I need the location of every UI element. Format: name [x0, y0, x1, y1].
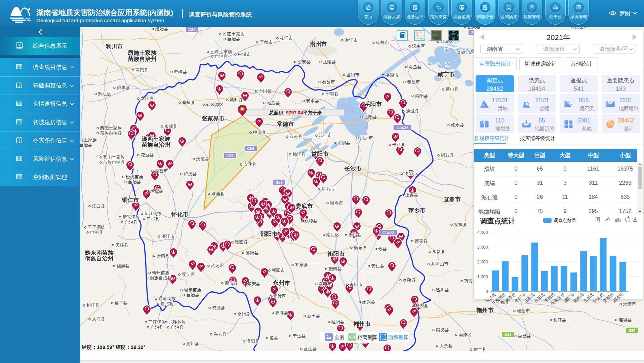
svg-text:祁阳市: 祁阳市	[272, 268, 285, 273]
svg-text:衡阳市: 衡阳市	[514, 292, 527, 304]
svg-text:铜鼓县: 铜鼓县	[441, 153, 454, 158]
svg-text:黎平县: 黎平县	[115, 300, 128, 305]
svg-text:宣恩县: 宣恩县	[135, 68, 149, 73]
svg-text:公安县: 公安县	[298, 59, 311, 64]
svg-text:利川市: 利川市	[106, 43, 123, 50]
svg-text:武冈市: 武冈市	[211, 263, 224, 268]
svg-text:灵川县: 灵川县	[186, 341, 199, 346]
svg-text:吉首市: 吉首市	[155, 168, 168, 173]
svg-text:仙桃市: 仙桃市	[376, 40, 389, 45]
svg-text:全州县: 全州县	[237, 312, 250, 317]
svg-text:怀化市: 怀化市	[592, 292, 605, 304]
svg-text:会昌县: 会昌县	[518, 333, 531, 338]
svg-text:安福县: 安福县	[454, 222, 467, 227]
svg-text:嘉鱼县: 嘉鱼县	[409, 64, 422, 69]
svg-text:会同县: 会同县	[157, 253, 170, 258]
svg-text:祁东县: 祁东县	[295, 262, 308, 267]
svg-text:新田县: 新田县	[307, 313, 320, 318]
svg-text:双峰县: 双峰县	[304, 218, 318, 223]
svg-text:宜都市: 宜都市	[260, 40, 273, 45]
svg-text:武陵源区: 武陵源区	[206, 102, 224, 107]
svg-text:苗族自治州: 苗族自治州	[142, 142, 170, 148]
svg-text:松桃苗族: 松桃苗族	[125, 174, 143, 179]
svg-text:泸溪县: 泸溪县	[184, 171, 197, 176]
svg-text:自治县: 自治县	[151, 325, 164, 330]
svg-text:耒阳市: 耒阳市	[350, 282, 363, 287]
svg-text:郴州市: 郴州市	[573, 292, 586, 304]
svg-text:常宁市: 常宁市	[319, 281, 332, 286]
svg-text:侗族自治县: 侗族自治县	[150, 275, 172, 280]
svg-text:赤壁市: 赤壁市	[407, 79, 420, 84]
svg-text:G55: G55	[275, 180, 283, 184]
svg-text:零陵区: 零陵区	[273, 294, 286, 299]
svg-text:江陵县: 江陵县	[323, 59, 336, 64]
svg-text:张家界市: 张家界市	[202, 115, 225, 122]
svg-text:龙胜各族: 龙胜各族	[168, 320, 186, 325]
svg-text:S30: S30	[629, 328, 635, 332]
svg-text:苗族自治县: 苗族自治县	[103, 160, 125, 165]
svg-text:汨罗市: 汨罗市	[360, 135, 373, 140]
svg-text:萍乡市: 萍乡市	[408, 207, 426, 214]
svg-text:郴州市: 郴州市	[353, 321, 371, 327]
svg-text:斧 头 湖: 斧 头 湖	[428, 62, 451, 67]
svg-text:苗族自治县: 苗族自治县	[100, 131, 122, 136]
svg-text:恩施土家族: 恩施土家族	[128, 49, 157, 56]
svg-text:益阳市: 益阳市	[312, 151, 329, 157]
svg-text:兴安县: 兴安县	[214, 332, 227, 337]
svg-text:永兴县: 永兴县	[362, 299, 375, 304]
svg-text:榕江县: 榕江县	[86, 303, 100, 308]
svg-text:慈利县: 慈利县	[230, 98, 243, 103]
svg-text:G56: G56	[247, 147, 254, 151]
svg-text:总面积: 9797.04平方千米: 总面积: 9797.04平方千米	[269, 110, 322, 115]
svg-text:衡山县: 衡山县	[349, 232, 362, 238]
svg-text:上栗县: 上栗县	[405, 192, 418, 197]
svg-text:洪江市: 洪江市	[162, 234, 175, 239]
svg-text:石首市: 石首市	[322, 79, 335, 84]
svg-text:宁远县: 宁远县	[293, 333, 306, 338]
svg-text:娄底市: 娄底市	[602, 292, 615, 304]
svg-text:永新县: 永新县	[432, 249, 445, 254]
svg-text:P: P	[437, 5, 439, 8]
svg-text:长沙市: 长沙市	[344, 166, 362, 172]
svg-text:0: 0	[486, 289, 488, 294]
svg-text:安化县: 安化县	[244, 162, 257, 167]
svg-text:湘乡市: 湘乡市	[330, 201, 343, 206]
svg-text:城步苗族: 城步苗族	[184, 287, 201, 292]
svg-text:芷江侗族: 芷江侗族	[144, 211, 162, 216]
svg-text:靖州苗族: 靖州苗族	[152, 270, 169, 275]
svg-text:梁 子 湖: 梁 子 湖	[444, 47, 473, 52]
svg-text:韶山市: 韶山市	[321, 187, 334, 192]
svg-text:2,000: 2,000	[477, 259, 488, 264]
svg-text:长汀县: 长汀县	[553, 317, 566, 322]
svg-text:自治县: 自治县	[125, 220, 138, 225]
svg-text:玉屏侗族: 玉屏侗族	[88, 225, 105, 230]
svg-text:资源县: 资源县	[212, 305, 225, 310]
svg-text:崇义县: 崇义县	[436, 327, 449, 332]
svg-text:衡东县: 衡东县	[354, 245, 367, 250]
svg-text:东安县: 东安县	[247, 281, 260, 286]
svg-text:咸宁市: 咸宁市	[437, 71, 455, 78]
svg-text:面积量算: 面积量算	[388, 334, 408, 340]
svg-text:4,000: 4,000	[477, 230, 488, 235]
svg-text:莲花县: 莲花县	[415, 239, 428, 244]
svg-text:自治县: 自治县	[161, 301, 174, 306]
svg-text:溆浦县: 溆浦县	[211, 191, 225, 196]
svg-text:潜山市: 潜山市	[575, 27, 588, 29]
svg-text:G0422: G0422	[383, 231, 394, 235]
svg-text:娄底市: 娄底市	[295, 203, 313, 209]
svg-text:G0422: G0422	[397, 126, 408, 130]
svg-text:绥宁县: 绥宁县	[182, 272, 195, 277]
svg-text:桃源县: 桃源县	[253, 130, 266, 135]
svg-text:浏阳市: 浏阳市	[404, 171, 417, 176]
svg-text:井冈山市: 井冈山市	[431, 261, 448, 266]
svg-text:花垣县: 花垣县	[140, 152, 154, 157]
svg-text:自治县: 自治县	[128, 179, 141, 184]
svg-text:秀山土家族: 秀山土家族	[103, 155, 125, 160]
svg-text:G56: G56	[226, 154, 234, 158]
svg-text:西阳土家族: 西阳土家族	[100, 125, 122, 131]
svg-text:S41: S41	[505, 333, 512, 337]
svg-text:石门县: 石门县	[259, 88, 272, 93]
svg-text:崇阳县: 崇阳县	[415, 93, 428, 98]
svg-text:通城县: 通城县	[406, 109, 419, 114]
svg-text:监利市: 监利市	[347, 72, 360, 77]
